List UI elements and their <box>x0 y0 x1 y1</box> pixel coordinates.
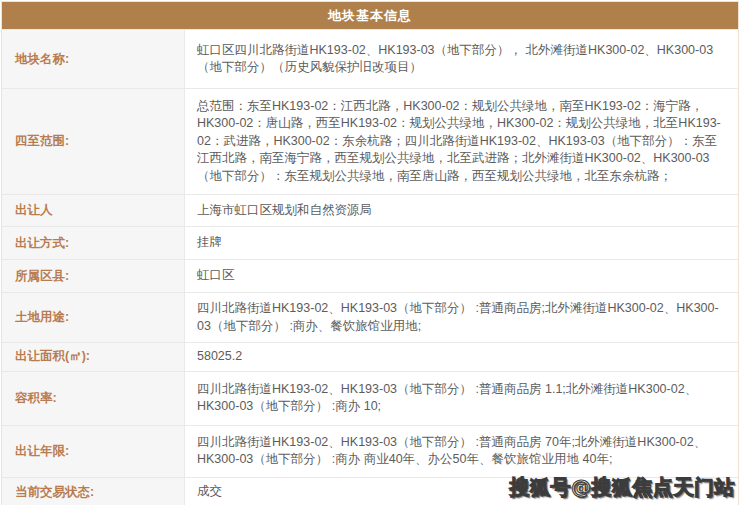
row-listing-method: 出让方式: 挂牌 <box>2 226 738 259</box>
row-value: 总范围：东至HK193-02：江西北路，HK300-02：规划公共绿地，南至HK… <box>185 89 738 194</box>
row-plot-name: 地块名称: 虹口区四川北路街道HK193-02、HK193-03（地下部分）， … <box>2 29 738 88</box>
row-label: 出让年限: <box>2 426 185 477</box>
row-district: 所属区县: 虹口区 <box>2 259 738 292</box>
row-label: 所属区县: <box>2 260 185 292</box>
row-label: 出让人 <box>2 195 185 226</box>
row-seller: 出让人 上海市虹口区规划和自然资源局 <box>2 194 738 226</box>
row-grant-term: 出让年限: 四川北路街道HK193-02、HK193-03（地下部分） :普通商… <box>2 425 738 477</box>
row-value-text: 上海市虹口区规划和自然资源局 <box>197 202 372 220</box>
row-label: 土地用途: <box>2 293 185 342</box>
row-label: 出让方式: <box>2 227 185 259</box>
row-value: 虹口区 <box>185 260 738 292</box>
row-value: 虹口区四川北路街道HK193-02、HK193-03（地下部分）， 北外滩街道H… <box>185 30 738 88</box>
row-area: 出让面积(㎡): 58025.2 <box>2 342 738 371</box>
land-info-panel: 地块基本信息 地块名称: 虹口区四川北路街道HK193-02、HK193-03（… <box>1 1 739 505</box>
row-value-text: 成交 <box>197 483 222 501</box>
land-info-page: 地块基本信息 地块名称: 虹口区四川北路街道HK193-02、HK193-03（… <box>0 0 740 505</box>
row-value-text: 虹口区四川北路街道HK193-02、HK193-03（地下部分）， 北外滩街道H… <box>197 42 726 77</box>
row-label: 地块名称: <box>2 30 185 88</box>
row-value: 四川北路街道HK193-02、HK193-03（地下部分） :普通商品房 1.1… <box>185 372 738 425</box>
row-value-text: 虹口区 <box>197 267 235 285</box>
row-label: 容积率: <box>2 372 185 425</box>
row-value-text: 四川北路街道HK193-02、HK193-03（地下部分） :普通商品房 70年… <box>197 434 726 469</box>
row-label: 出让面积(㎡): <box>2 343 185 371</box>
row-value: 上海市虹口区规划和自然资源局 <box>185 195 738 226</box>
row-value-text: 总范围：东至HK193-02：江西北路，HK300-02：规划公共绿地，南至HK… <box>197 98 726 186</box>
row-value-text: 四川北路街道HK193-02、HK193-03（地下部分） :普通商品房;北外滩… <box>197 300 726 335</box>
panel-title: 地块基本信息 <box>2 2 738 29</box>
row-transaction-status: 当前交易状态: 成交 <box>2 477 738 505</box>
row-label: 四至范围: <box>2 89 185 194</box>
row-plot-ratio: 容积率: 四川北路街道HK193-02、HK193-03（地下部分） :普通商品… <box>2 371 738 425</box>
row-boundaries: 四至范围: 总范围：东至HK193-02：江西北路，HK300-02：规划公共绿… <box>2 88 738 194</box>
row-value: 四川北路街道HK193-02、HK193-03（地下部分） :普通商品房;北外滩… <box>185 293 738 342</box>
row-land-use: 土地用途: 四川北路街道HK193-02、HK193-03（地下部分） :普通商… <box>2 292 738 342</box>
row-value-text: 四川北路街道HK193-02、HK193-03（地下部分） :普通商品房 1.1… <box>197 381 726 416</box>
row-value-text: 58025.2 <box>197 348 242 366</box>
info-rows: 地块名称: 虹口区四川北路街道HK193-02、HK193-03（地下部分）， … <box>2 29 738 505</box>
row-value: 挂牌 <box>185 227 738 259</box>
row-value: 四川北路街道HK193-02、HK193-03（地下部分） :普通商品房 70年… <box>185 426 738 477</box>
row-value: 58025.2 <box>185 343 738 371</box>
row-value-text: 挂牌 <box>197 234 222 252</box>
row-label: 当前交易状态: <box>2 478 185 505</box>
row-value: 成交 <box>185 478 738 505</box>
